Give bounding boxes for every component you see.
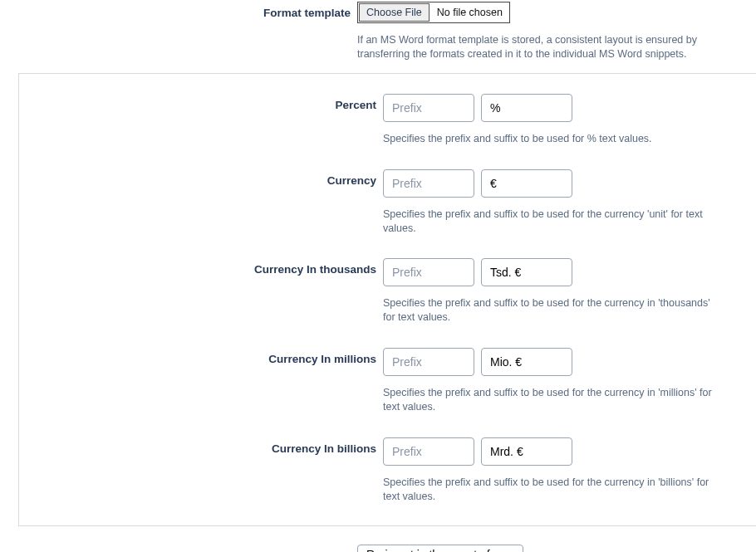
behavior-label: Behavior when updating tables (0, 541, 357, 552)
behavior-select-value: Re-insert in the event of changes (366, 548, 498, 552)
currency-help: Specifies the prefix and suffix to be us… (383, 208, 756, 236)
currency-thousands-help: Specifies the prefix and suffix to be us… (383, 296, 756, 325)
currency-thousands-suffix-input[interactable] (481, 258, 572, 286)
currency-thousands-label: Currency In thousands (19, 255, 383, 276)
currency-billions-label: Currency In billions (19, 434, 383, 455)
currency-prefix-input[interactable] (383, 169, 474, 198)
currency-label: Currency (19, 166, 383, 187)
currency-millions-suffix-input[interactable] (481, 348, 572, 376)
currency-billions-suffix-input[interactable] (481, 437, 572, 466)
format-template-help: If an MS Word format template is stored,… (357, 33, 756, 61)
format-settings-panel: Percent Specifies the prefix and suffix … (18, 73, 756, 526)
percent-suffix-input[interactable] (481, 94, 572, 122)
currency-suffix-input[interactable] (481, 169, 572, 198)
percent-help: Specifies the prefix and suffix to be us… (383, 132, 756, 146)
currency-billions-prefix-input[interactable] (383, 437, 474, 466)
file-chosen-text: No file chosen (430, 2, 509, 22)
choose-file-button[interactable]: Choose File (359, 3, 430, 22)
currency-millions-help: Specifies the prefix and suffix to be us… (383, 386, 756, 414)
currency-thousands-prefix-input[interactable] (383, 258, 474, 286)
format-template-label: Format template (0, 2, 357, 19)
currency-billions-help: Specifies the prefix and suffix to be us… (383, 476, 756, 504)
currency-millions-prefix-input[interactable] (383, 348, 474, 376)
format-template-file-input[interactable]: Choose File No file chosen (357, 2, 510, 23)
percent-prefix-input[interactable] (383, 94, 474, 122)
percent-label: Percent (19, 90, 383, 111)
currency-millions-label: Currency In millions (19, 344, 383, 365)
behavior-select[interactable]: Re-insert in the event of changes (357, 545, 523, 552)
